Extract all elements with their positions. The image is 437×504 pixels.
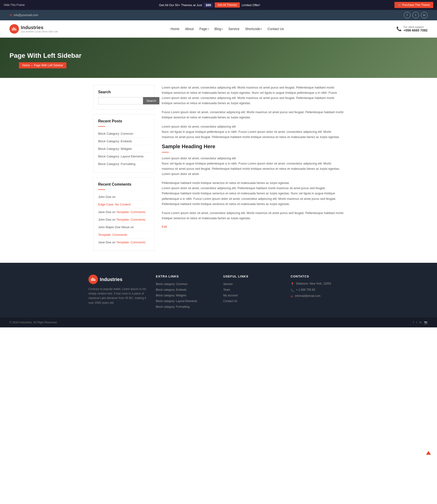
comment-link[interactable]: Template: Comments — [116, 240, 145, 244]
nav-about[interactable]: About — [185, 27, 194, 31]
heading-underline — [162, 152, 169, 153]
footer-bottom: © 2020 Industries. All Right Reserved f … — [0, 318, 437, 327]
purchase-theme-button[interactable]: 🛒 Purchase This Theme — [394, 2, 433, 8]
footer-email: ✉ infomail@email.com — [291, 294, 348, 298]
list-item: Block category: Common — [156, 282, 214, 286]
price-badge: $99 — [204, 3, 213, 7]
cart-icon: 🛒 — [398, 3, 401, 7]
page-dropdown-arrow: ▾ — [208, 28, 209, 30]
hide-frame-btn[interactable]: Hide This Frame — [4, 3, 25, 7]
svg-rect-2 — [14, 28, 15, 31]
list-item: Block category: Layout Elements — [156, 299, 214, 303]
copyright-text: © 2020 Industries. All Right Reserved — [10, 321, 57, 324]
footer-logo-icon — [89, 275, 98, 284]
location-icon: 📍 — [291, 282, 294, 286]
footer-useful-links-title: USEFUL LINKS — [223, 275, 281, 278]
footer-brand: Industries Contrary to popular belief, L… — [89, 275, 146, 310]
list-item: Service — [223, 282, 281, 286]
list-item[interactable]: Block Category: Layout Elements — [98, 153, 150, 160]
svg-rect-6 — [93, 278, 94, 281]
promo-text: Get All Our 50+ Themes at Just — [159, 3, 202, 7]
footer-link[interactable]: Block category: Embeds — [156, 288, 186, 291]
list-item: John Mapio Doe Ntoue on — [98, 224, 150, 231]
nav-page[interactable]: Page ▾ — [199, 27, 209, 31]
comment-link[interactable]: Template: Comments — [98, 233, 127, 237]
recent-posts-widget: Recent Posts Block Category: Common Bloc… — [93, 114, 155, 173]
footer-link[interactable]: Block category: Widgets — [156, 294, 186, 297]
footer-link-service[interactable]: Service — [223, 282, 233, 286]
comment-link[interactable]: Edge Case: No Content — [98, 203, 130, 206]
main-header: Industries Just another Luzuk Demo Sites… — [0, 20, 437, 38]
comment-author: John Mapio Doe Ntoue on — [98, 225, 134, 229]
list-item[interactable]: Block Category: Formatting — [98, 160, 150, 168]
list-item[interactable]: Block Category: Embeds — [98, 138, 150, 145]
edit-link[interactable]: Edit — [162, 225, 167, 228]
footer-link-myaccount[interactable]: My account — [223, 294, 238, 297]
list-item: My account — [223, 293, 281, 297]
svg-rect-4 — [91, 279, 92, 281]
recent-comments-widget: Recent Comments John Doe on Edge Case: N… — [93, 177, 155, 251]
footer-twitter-icon[interactable]: t — [416, 321, 417, 324]
breadcrumb-home[interactable]: Home — [22, 64, 30, 67]
search-box: Search — [98, 97, 150, 104]
list-item: Contact Us — [223, 299, 281, 303]
comment-author: John Doe on — [98, 195, 116, 199]
footer-facebook-icon[interactable]: f — [413, 321, 414, 324]
footer-instagram-icon[interactable]: 📷 — [424, 321, 427, 324]
facebook-icon[interactable]: f — [404, 12, 410, 19]
footer-link[interactable]: Block category: Formatting — [156, 305, 190, 309]
hero-title: Page With Left Sidebar — [10, 52, 427, 59]
search-button[interactable]: Search — [143, 97, 159, 104]
phone-label: For client support — [403, 26, 427, 28]
logo-text: Industries Just another Luzuk Demo Sites… — [21, 25, 58, 33]
list-item: Block category: Widgets — [156, 293, 214, 297]
shortcode-dropdown-arrow: ▾ — [261, 28, 262, 30]
breadcrumb-current: Page With Left Sidebar — [34, 64, 63, 67]
breadcrumb: Home » Page With Left Sidebar — [19, 62, 66, 68]
footer-link-contact[interactable]: Contact Us — [223, 299, 237, 303]
phone-icon: 📞 — [396, 26, 402, 31]
phone-contact-icon: 📞 — [291, 288, 294, 292]
email-info: ✉ info@yourmail.com — [10, 13, 38, 17]
list-item: Team — [223, 288, 281, 291]
search-widget-title: Search — [98, 90, 150, 94]
footer-extra-links-list: Block category: Common Block category: E… — [156, 282, 214, 309]
footer-brand-text: Contrary to popular belief, Lorem Ipsum … — [89, 287, 146, 305]
nav-blog[interactable]: Blog ▾ — [215, 27, 223, 31]
footer-logo-name: Industries — [100, 277, 122, 282]
header-phone: 📞 For client support +098 6660 7082 — [396, 26, 427, 32]
comment-link[interactable]: Template: Comments — [116, 218, 145, 221]
linkedin-icon[interactable]: in — [421, 12, 427, 19]
svg-rect-7 — [95, 279, 95, 281]
twitter-icon[interactable]: t — [412, 12, 419, 19]
limited-offer-text: Limited Offer! — [242, 3, 260, 7]
recent-comments-list: John Doe on Edge Case: No Content Jane D… — [98, 193, 150, 246]
content-para-6: Fusce Lorem ipsum dolor sit amet, consec… — [162, 210, 344, 221]
svg-rect-5 — [92, 278, 93, 281]
breadcrumb-bar: Home » Page With Left Sidebar — [10, 62, 427, 68]
nav-service[interactable]: Service — [228, 27, 239, 31]
footer-useful-links-col: USEFUL LINKS Service Team My account Con… — [223, 275, 281, 310]
email-address: info@yourmail.com — [14, 13, 38, 17]
footer-link[interactable]: Block category: Layout Elements — [156, 299, 197, 303]
footer-linkedin-icon[interactable]: in — [419, 321, 422, 324]
comment-link[interactable]: Template: Comments — [116, 210, 145, 214]
promo-center: Get All Our 50+ Themes at Just $99 Get A… — [159, 2, 260, 8]
footer-phone: 📞 + 1 800 755 60 — [291, 288, 348, 292]
nav-shortcode[interactable]: Shortcode ▾ — [245, 27, 262, 31]
nav-home[interactable]: Home — [170, 27, 179, 31]
search-input[interactable] — [98, 97, 143, 104]
content-para-5: Pellentesque habitant morbi tristique se… — [162, 180, 344, 206]
list-item[interactable]: Block Category: Common — [98, 130, 150, 138]
footer-bottom-social: f t in 📷 — [413, 321, 427, 324]
phone-number: +098 6660 7082 — [403, 28, 427, 32]
footer: Industries Contrary to popular belief, L… — [0, 263, 437, 318]
footer-link-team[interactable]: Team — [223, 288, 230, 291]
list-item[interactable]: Block Category: Widgets — [98, 145, 150, 153]
footer-grid: Industries Contrary to popular belief, L… — [89, 275, 348, 310]
footer-link[interactable]: Block category: Common — [156, 282, 188, 286]
list-item: Block category: Embeds — [156, 288, 214, 291]
nav-contact[interactable]: Contact Us — [268, 27, 284, 31]
email-contact-icon: ✉ — [291, 295, 293, 298]
get-all-themes-button[interactable]: Get All Themes — [215, 2, 240, 8]
